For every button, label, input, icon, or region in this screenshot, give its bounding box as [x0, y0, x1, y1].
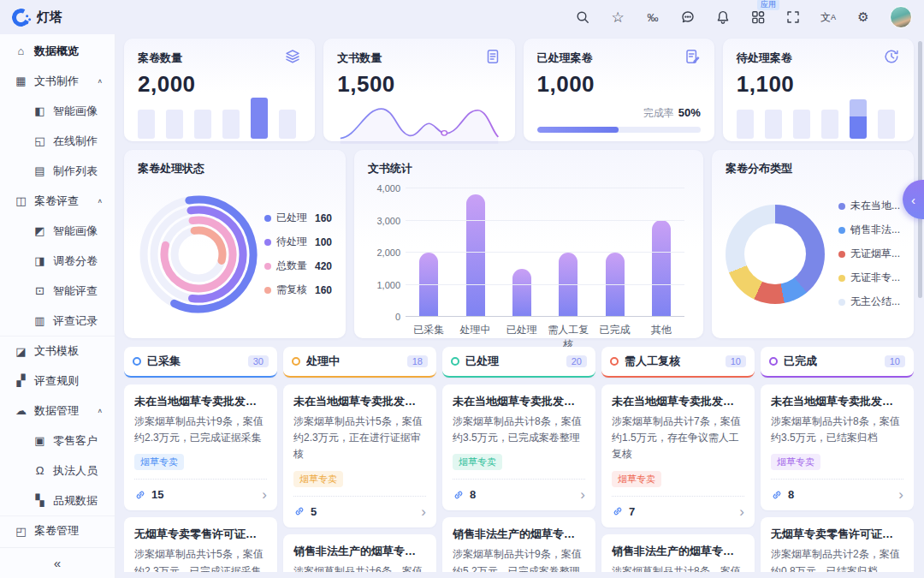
mini-bar — [194, 110, 211, 139]
sidebar-item-online-make[interactable]: ◱在线制作 — [0, 126, 115, 156]
case-title: 无烟草专卖零售许可证经营... — [771, 527, 903, 542]
settings-gear-icon[interactable]: ⚙ — [855, 9, 872, 26]
document-icon — [484, 48, 501, 69]
legend-item: 已处理160 — [264, 211, 332, 225]
chevron-right-icon[interactable]: › — [262, 487, 267, 502]
link-icon — [134, 489, 146, 501]
legend-dot — [264, 263, 271, 270]
fullscreen-icon[interactable] — [785, 9, 802, 26]
mini-bar — [765, 110, 782, 139]
mini-bar — [279, 110, 296, 139]
count-badge: 20 — [566, 355, 587, 367]
status-circle-icon — [769, 357, 778, 366]
kanban-column-header[interactable]: 已采集 30 — [124, 347, 277, 378]
case-card[interactable]: 销售非法生产的烟草专卖品 涉案烟草制品共计9条，案值约5.2万元，已完成案卷整理… — [442, 517, 595, 572]
legend-label: 需复核 — [276, 283, 307, 297]
chevron-right-icon[interactable]: › — [580, 487, 585, 502]
header-actions: ☆ ‰ 应用 文A ⚙ — [574, 6, 912, 28]
legend-dot — [838, 275, 845, 282]
case-desc: 涉案烟草制品共计8条，案值约3.5万元，已完成案卷整理 — [453, 414, 585, 446]
scrollbar-thumb[interactable] — [918, 41, 922, 298]
sidebar-item-split-volume[interactable]: ◨调卷分卷 — [0, 246, 115, 276]
sidebar-item-review-rules[interactable]: ▞评查规则 — [0, 366, 115, 396]
case-desc: 涉案烟草制品共计7条，案值约1.5万元，存在争议需人工复核 — [612, 414, 744, 463]
case-card[interactable]: 销售非法生产的烟草专卖品 涉案烟草制品共计8条，案值约3.9万元，存在争议需人工… — [601, 534, 755, 572]
sidebar-item-case-review[interactable]: ◫案卷评查∧ — [0, 186, 115, 216]
sidebar-item-doc-template[interactable]: ◪文书模板 — [0, 336, 115, 366]
case-card[interactable]: 未在当地烟草专卖批发企业... 涉案烟草制品共计9条，案值约2.3万元，已完成证… — [124, 384, 277, 510]
apps-tooltip: 应用 — [757, 0, 779, 10]
bell-icon[interactable] — [714, 9, 732, 26]
link-icon — [453, 489, 465, 501]
attachment-count: 5 — [311, 505, 317, 518]
layers-icon — [284, 48, 301, 69]
case-distribution-donut-card: 案卷分布类型 未在当地...销售非法...无证烟草...无证非专...无主公结.… — [712, 150, 914, 338]
sidebar-item-sku-data[interactable]: ▚品规数据 — [0, 486, 115, 515]
sidebar-item-smart-review[interactable]: ⊡智能评查 — [0, 276, 115, 306]
kanban-column-header[interactable]: 已完成 10 — [761, 347, 914, 378]
sidebar-item-smart-portrait[interactable]: ◧智能画像 — [0, 96, 115, 126]
kanban-column-header[interactable]: 需人工复核 10 — [601, 347, 755, 378]
case-title: 销售非法生产的烟草专卖品 — [612, 544, 744, 559]
bar — [606, 253, 625, 317]
sidebar-collapse-button[interactable]: « — [0, 547, 115, 578]
sidebar-item-review-record[interactable]: ▥评查记录 — [0, 306, 115, 336]
promille-icon[interactable]: ‰ — [644, 9, 661, 26]
case-card[interactable]: 销售非法生产的烟草专卖品 涉案烟草制品共计6条，案值约11万元，正在开展案件定性… — [283, 534, 436, 572]
case-card[interactable]: 未在当地烟草专卖批发企业... 涉案烟草制品共计7条，案值约1.5万元，存在争议… — [601, 384, 755, 527]
case-desc: 涉案烟草制品共计9条，案值约2.3万元，已完成证据采集 — [134, 414, 267, 446]
chevron-right-icon[interactable]: › — [739, 504, 744, 519]
retail-customer-icon: ▣ — [33, 434, 46, 447]
mini-bar — [821, 110, 838, 139]
category-tag: 烟草专卖 — [771, 454, 820, 470]
chevron-right-icon[interactable]: › — [898, 487, 903, 502]
chart-title: 案卷处理状态 — [138, 161, 332, 176]
case-card[interactable]: 无烟草专卖零售许可证经营... 涉案烟草制品共计2条，案值约0.8万元，已结案归… — [761, 517, 914, 572]
count-badge: 18 — [407, 355, 428, 367]
chevron-up-icon: ∧ — [97, 408, 103, 414]
case-card[interactable]: 未在当地烟草专卖批发企业... 涉案烟草制品共计8条，案值约3.5万元，已结案归… — [761, 384, 914, 510]
legend-item: 总数量420 — [264, 259, 332, 273]
case-title: 未在当地烟草专卖批发企业... — [612, 394, 744, 409]
split-volume-icon: ◨ — [33, 254, 46, 267]
mini-bar — [878, 110, 895, 139]
search-icon[interactable] — [574, 9, 591, 26]
sidebar-item-doc-make[interactable]: ▦文书制作∧ — [0, 66, 115, 96]
case-card[interactable]: 未在当地烟草专卖批发企业... 涉案烟草制品共计5条，案值约2.3万元，正在进行… — [283, 384, 436, 527]
user-avatar[interactable] — [890, 6, 912, 28]
kanban-column-header[interactable]: 处理中 18 — [283, 347, 436, 378]
case-desc: 涉案烟草制品共计9条，案值约5.2万元，已完成案卷整理 — [453, 546, 585, 572]
kanban-column-header[interactable]: 已处理 20 — [442, 347, 595, 378]
sidebar-item-retail-customer[interactable]: ▣零售客户 — [0, 426, 115, 456]
sku-data-icon: ▚ — [33, 494, 46, 507]
kanban-column-processed: 已处理 20 未在当地烟草专卖批发企业... 涉案烟草制品共计8条，案值约3.5… — [442, 347, 595, 572]
case-desc: 涉案烟草制品共计2条，案值约0.8万元，已结案归档 — [771, 546, 903, 572]
sidebar-item-smart-portrait-2[interactable]: ◩智能画像 — [0, 216, 115, 246]
case-card[interactable]: 未在当地烟草专卖批发企业... 涉案烟草制品共计8条，案值约3.5万元，已完成案… — [442, 384, 595, 510]
sidebar-item-make-list[interactable]: ▤制作列表 — [0, 156, 115, 186]
legend-value: 420 — [315, 260, 332, 272]
doc-make-icon: ▦ — [15, 74, 27, 87]
mini-bar — [737, 110, 754, 139]
sidebar-item-officer[interactable]: Ω执法人员 — [0, 456, 115, 486]
stat-card-case-count: 案卷数量 2,000 — [124, 39, 315, 141]
case-manage-icon: ◰ — [15, 525, 27, 538]
data-manage-icon: ☁ — [15, 404, 27, 417]
chevron-right-icon[interactable]: › — [421, 504, 426, 519]
kanban-board: 已采集 30 未在当地烟草专卖批发企业... 涉案烟草制品共计9条，案值约2.3… — [124, 347, 914, 572]
mini-bar-chart — [138, 98, 301, 139]
sidebar-item-case-manage[interactable]: ◰案卷管理 — [0, 515, 115, 545]
category-tag: 烟草专卖 — [293, 471, 343, 487]
y-axis-tick: 1,000 — [368, 280, 400, 290]
case-title: 未在当地烟草专卖批发企业... — [134, 394, 267, 409]
chat-icon[interactable] — [679, 9, 696, 26]
progress-bar — [537, 127, 701, 133]
sidebar-item-data-manage[interactable]: ☁数据管理∧ — [0, 396, 115, 426]
apps-icon[interactable]: 应用 — [749, 9, 767, 26]
link-icon — [771, 489, 783, 501]
app-logo[interactable]: 灯塔 — [12, 9, 62, 27]
translate-icon[interactable]: 文A — [820, 9, 837, 26]
sidebar-item-data-overview[interactable]: ⌂数据概览 — [0, 36, 115, 66]
case-card[interactable]: 无烟草专卖零售许可证经营... 涉案烟草制品共计5条，案值约2.3万元，已完成证… — [124, 517, 277, 572]
star-icon[interactable]: ☆ — [609, 9, 626, 26]
